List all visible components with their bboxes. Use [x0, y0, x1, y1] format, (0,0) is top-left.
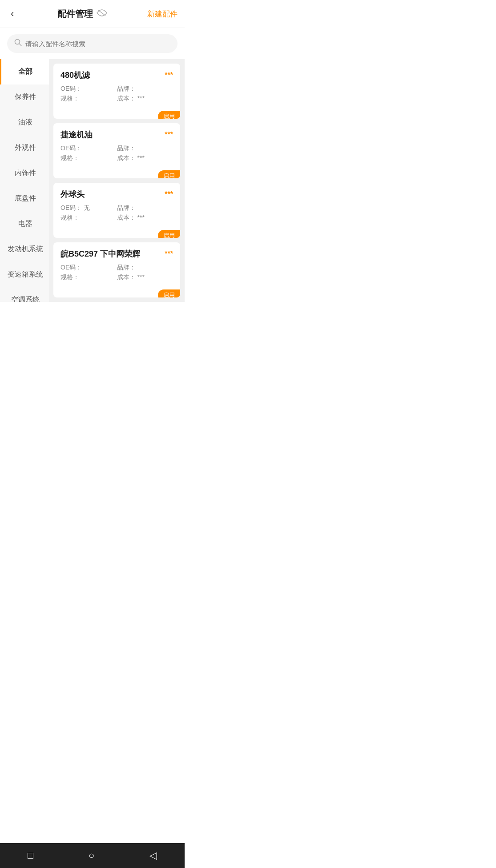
- oe-code: OE码：: [60, 264, 117, 272]
- part-card-footer: 启用: [60, 167, 173, 178]
- oe-code: OE码：: [60, 85, 117, 93]
- status-badge[interactable]: 启用: [158, 289, 180, 297]
- part-card-header: 外球头 ***: [60, 189, 173, 200]
- sidebar-item-aircon[interactable]: 空调系统: [0, 287, 49, 302]
- brand: 品牌：: [117, 204, 173, 212]
- svg-line-2: [19, 44, 21, 46]
- cost: 成本： ***: [117, 273, 173, 281]
- part-info-grid: OE码： 品牌： 规格： 成本： ***: [60, 145, 173, 162]
- svg-line-0: [98, 10, 105, 16]
- brand: 品牌：: [117, 264, 173, 272]
- sidebar: 全部保养件油液外观件内饰件底盘件电器发动机系统变速箱系统空调系统轮胎轮毂精日精进: [0, 59, 49, 302]
- back-button[interactable]: ‹: [7, 6, 17, 21]
- oe-code: OE码： 无: [60, 204, 117, 212]
- sidebar-item-maintenance[interactable]: 保养件: [0, 84, 49, 110]
- part-card-header: 480机滤 ***: [60, 70, 173, 80]
- brand: 品牌：: [117, 85, 173, 93]
- page-title: 配件管理: [57, 8, 93, 20]
- part-card-footer: 启用: [60, 286, 173, 297]
- part-info-grid: OE码： 无 品牌： 规格： 成本： ***: [60, 204, 173, 222]
- content-list: 480机滤 *** OE码： 品牌： 规格： 成本： *** 启用: [49, 59, 185, 302]
- status-badge[interactable]: 启用: [158, 170, 180, 178]
- part-price: ***: [165, 131, 173, 139]
- body-wrap: 全部保养件油液外观件内饰件底盘件电器发动机系统变速箱系统空调系统轮胎轮毂精日精进…: [0, 59, 185, 302]
- part-card-footer: 启用: [60, 107, 173, 119]
- part-price: ***: [165, 190, 173, 198]
- part-card[interactable]: 捷途机油 *** OE码： 品牌： 规格： 成本： *** 启用: [53, 123, 180, 178]
- sidebar-item-all[interactable]: 全部: [0, 59, 49, 84]
- status-badge[interactable]: 启用: [158, 230, 180, 238]
- spec: 规格：: [60, 154, 117, 162]
- new-part-button[interactable]: 新建配件: [147, 9, 177, 19]
- cost: 成本： ***: [117, 154, 173, 162]
- part-name: 外球头: [60, 189, 85, 200]
- search-icon: [14, 39, 22, 48]
- cost: 成本： ***: [117, 95, 173, 103]
- sidebar-item-chassis[interactable]: 底盘件: [0, 186, 49, 211]
- sidebar-item-exterior[interactable]: 外观件: [0, 135, 49, 161]
- part-name: 皖B5C297 下中网荣辉: [60, 249, 140, 259]
- part-card-footer: 启用: [60, 226, 173, 238]
- oe-code: OE码：: [60, 145, 117, 153]
- part-name: 捷途机油: [60, 129, 93, 140]
- part-price: ***: [165, 71, 173, 79]
- header: ‹ 配件管理 新建配件: [0, 0, 185, 28]
- part-card[interactable]: 480机滤 *** OE码： 品牌： 规格： 成本： *** 启用: [53, 64, 180, 119]
- part-price: ***: [165, 250, 173, 258]
- status-badge[interactable]: 启用: [158, 111, 180, 119]
- spec: 规格：: [60, 273, 117, 281]
- part-info-grid: OE码： 品牌： 规格： 成本： ***: [60, 85, 173, 103]
- sidebar-item-interior[interactable]: 内饰件: [0, 161, 49, 186]
- spec: 规格：: [60, 95, 117, 103]
- eye-icon[interactable]: [97, 9, 107, 19]
- sidebar-item-electrical[interactable]: 电器: [0, 211, 49, 237]
- spec: 规格：: [60, 214, 117, 222]
- part-card[interactable]: 皖B5C297 下中网荣辉 *** OE码： 品牌： 规格： 成本： *** 启…: [53, 242, 180, 297]
- sidebar-item-transmission[interactable]: 变速箱系统: [0, 262, 49, 287]
- search-input[interactable]: [25, 40, 170, 48]
- brand: 品牌：: [117, 145, 173, 153]
- part-name: 480机滤: [60, 70, 90, 80]
- cost: 成本： ***: [117, 214, 173, 222]
- sidebar-item-engine[interactable]: 发动机系统: [0, 237, 49, 262]
- sidebar-item-oil[interactable]: 油液: [0, 110, 49, 135]
- header-title-wrap: 配件管理: [57, 8, 107, 20]
- part-card-header: 皖B5C297 下中网荣辉 ***: [60, 249, 173, 259]
- part-info-grid: OE码： 品牌： 规格： 成本： ***: [60, 264, 173, 281]
- part-card-header: 捷途机油 ***: [60, 129, 173, 140]
- part-card[interactable]: 外球头 *** OE码： 无 品牌： 规格： 成本： *** 启用: [53, 183, 180, 238]
- search-bar: [7, 34, 177, 53]
